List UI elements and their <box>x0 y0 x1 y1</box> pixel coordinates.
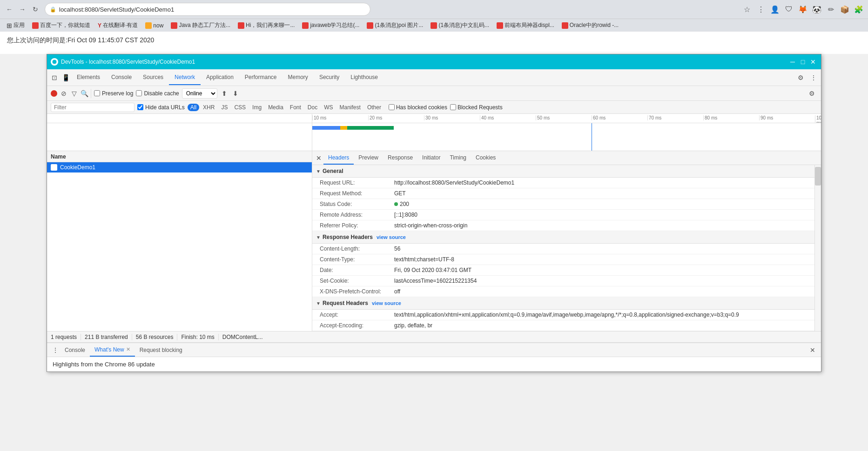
extension-button4[interactable]: ✏ <box>825 4 836 15</box>
maximize-button[interactable]: □ <box>799 58 807 66</box>
request-headers-view-source[interactable]: view source <box>372 300 401 306</box>
bookmark-youdao[interactable]: Y 在线翻译·有道 <box>95 20 141 30</box>
bookmark-charset[interactable]: (1条消息)中文乱码... <box>428 20 492 30</box>
type-manifest-button[interactable]: Manifest <box>337 104 363 111</box>
file-item-icon <box>51 164 57 171</box>
clear-button[interactable]: ⊘ <box>60 90 67 97</box>
bookmark-layout[interactable]: 前端布局神器displ... <box>494 20 557 30</box>
general-section-header[interactable]: ▼ General <box>312 165 814 178</box>
devtools-settings-button[interactable]: ⚙ <box>795 72 806 83</box>
preserve-log-checkbox[interactable] <box>94 90 100 96</box>
disable-cache-checkbox[interactable] <box>136 90 142 96</box>
bottom-tab-request-blocking[interactable]: Request blocking <box>135 344 187 356</box>
throttle-select[interactable]: Online Fast 3G Slow 3G Offline <box>182 88 217 99</box>
tab-performance[interactable]: Performance <box>239 70 283 85</box>
close-button[interactable]: ✕ <box>809 58 817 66</box>
export-button[interactable]: ⬇ <box>231 89 240 98</box>
request-headers-section-header[interactable]: ▼ Request Headers view source <box>312 297 814 310</box>
bottom-tab-whatsnew[interactable]: What's New ✕ <box>90 344 135 357</box>
preserve-log-label[interactable]: Preserve log <box>94 90 133 97</box>
tick-10ms: 10 ms <box>312 115 326 120</box>
timeline-header: 10 ms 20 ms 30 ms 40 ms 50 ms 60 ms 70 m… <box>47 114 821 123</box>
star-button[interactable]: ☆ <box>741 4 753 15</box>
chrome-menu-button[interactable]: ⋮ <box>755 4 767 15</box>
extension-button3[interactable]: 🐼 <box>811 4 822 15</box>
forward-button[interactable]: → <box>17 4 28 15</box>
tab-sources[interactable]: Sources <box>137 70 169 85</box>
hide-data-urls-label[interactable]: Hide data URLs <box>137 104 185 111</box>
devtools-more-button[interactable]: ⋮ <box>808 72 819 83</box>
titlebar-controls: ─ □ ✕ <box>788 58 817 66</box>
bookmark-hi[interactable]: Hi，我们再来聊一... <box>235 20 297 30</box>
blocked-requests-label[interactable]: Blocked Requests <box>450 104 503 111</box>
blocked-requests-checkbox[interactable] <box>450 104 456 110</box>
inspect-element-button[interactable]: ⊡ <box>49 72 60 83</box>
type-all-button[interactable]: All <box>188 104 199 111</box>
bottom-panel-close-button[interactable]: ✕ <box>808 345 817 355</box>
tab-memory[interactable]: Memory <box>283 70 314 85</box>
type-ws-button[interactable]: WS <box>321 104 336 111</box>
tab-lighthouse[interactable]: Lighthouse <box>345 70 384 85</box>
filter-button[interactable]: ▽ <box>70 90 78 97</box>
back-button[interactable]: ← <box>4 4 15 15</box>
response-headers-section-header[interactable]: ▼ Response Headers view source <box>312 231 814 244</box>
bookmark-oracle-label: Oracle中的rowid -... <box>570 21 619 29</box>
import-button[interactable]: ⬆ <box>220 89 229 98</box>
record-button[interactable] <box>51 90 57 97</box>
detail-tab-initiator[interactable]: Initiator <box>417 152 445 165</box>
detail-tab-timing[interactable]: Timing <box>445 152 471 165</box>
address-bar[interactable]: 🔒 localhost:8080/ServletStudy/CookieDemo… <box>45 3 370 16</box>
type-font-button[interactable]: Font <box>287 104 304 111</box>
extension-button5[interactable]: 📦 <box>839 4 850 15</box>
detail-scrollbar[interactable] <box>814 165 821 331</box>
type-xhr-button[interactable]: XHR <box>200 104 217 111</box>
type-css-button[interactable]: CSS <box>231 104 249 111</box>
type-js-button[interactable]: JS <box>218 104 230 111</box>
tab-security[interactable]: Security <box>314 70 345 85</box>
network-settings-button[interactable]: ⚙ <box>806 88 817 99</box>
extension-button2[interactable]: 🦊 <box>797 4 808 15</box>
search-button[interactable]: 🔍 <box>81 90 88 97</box>
detail-tab-preview[interactable]: Preview <box>354 152 383 165</box>
hide-data-urls-checkbox[interactable] <box>137 104 143 110</box>
tab-elements[interactable]: Elements <box>71 70 106 85</box>
has-blocked-cookies-label[interactable]: Has blocked cookies <box>389 104 447 111</box>
bottom-tab-more-button[interactable]: ⋮ <box>51 345 60 355</box>
bookmark-oracle[interactable]: Oracle中的rowid -... <box>559 20 621 30</box>
detail-close-button[interactable]: ✕ <box>314 153 323 163</box>
bookmark-baidu[interactable]: 百度一下，你就知道 <box>29 20 93 30</box>
tick-60ms: 60 ms <box>592 115 606 120</box>
filter-input[interactable] <box>51 103 135 112</box>
bookmark-javaweb[interactable]: javaweb学习总结(... <box>299 20 362 30</box>
date-value: Fri, 09 Oct 2020 03:47:01 GMT <box>394 267 807 273</box>
general-row-url: Request URL: http://localhost:8080/Servl… <box>312 178 814 188</box>
bookmark-now[interactable]: now <box>142 21 166 30</box>
profile-button[interactable]: 👤 <box>769 4 781 15</box>
bookmark-apps[interactable]: ⊞ 应用 <box>4 20 27 30</box>
file-item-cookiedemo1[interactable]: CookieDemo1 <box>47 162 312 172</box>
has-blocked-cookies-checkbox[interactable] <box>389 104 395 110</box>
extension-button1[interactable]: 🛡 <box>783 4 794 15</box>
bottom-tab-console[interactable]: Console <box>60 344 90 356</box>
tab-application[interactable]: Application <box>201 70 239 85</box>
response-headers-view-source[interactable]: view source <box>377 234 406 240</box>
type-other-button[interactable]: Other <box>364 104 384 111</box>
detail-tab-response[interactable]: Response <box>383 152 417 165</box>
type-media-button[interactable]: Media <box>265 104 286 111</box>
bottom-tab-whatsnew-close[interactable]: ✕ <box>126 346 130 352</box>
disable-cache-label[interactable]: Disable cache <box>136 90 179 97</box>
minimize-button[interactable]: ─ <box>788 58 797 66</box>
extension-button6[interactable]: 🧩 <box>853 4 864 15</box>
tab-console[interactable]: Console <box>106 70 137 85</box>
bottom-content: Highlights from the Chrome 86 update <box>47 357 821 371</box>
bookmark-java[interactable]: Java 静态工厂方法... <box>168 20 233 30</box>
device-toolbar-button[interactable]: 📱 <box>60 72 71 83</box>
type-doc-button[interactable]: Doc <box>305 104 320 111</box>
detail-tab-headers[interactable]: Headers <box>323 152 354 165</box>
type-img-button[interactable]: Img <box>249 104 264 111</box>
refresh-button[interactable]: ↻ <box>30 4 41 15</box>
detail-tab-cookies[interactable]: Cookies <box>471 152 500 165</box>
bookmark-poi[interactable]: (1条消息)poi 图片... <box>364 20 426 30</box>
tab-network[interactable]: Network <box>169 70 201 85</box>
scrollbar-thumb[interactable] <box>815 167 821 186</box>
